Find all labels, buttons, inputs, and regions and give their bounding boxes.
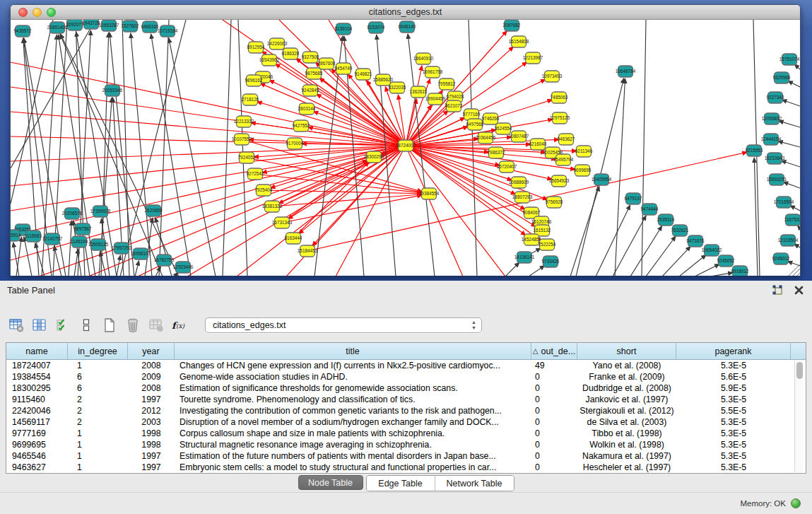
table-vertical-scrollbar[interactable]: [794, 361, 804, 472]
column-header-year[interactable]: year: [128, 343, 175, 359]
network-node[interactable]: 3624554: [495, 123, 512, 134]
network-node[interactable]: 8322035: [389, 82, 406, 93]
column-header-short[interactable]: short: [577, 343, 676, 359]
network-node[interactable]: 16154808: [509, 36, 529, 47]
column-header-in_degree[interactable]: in_degree: [68, 343, 128, 359]
column-header-name[interactable]: name: [6, 343, 68, 359]
network-node[interactable]: 16731343: [272, 217, 293, 228]
network-node[interactable]: 17359928: [90, 206, 111, 217]
network-node[interactable]: 2867608: [318, 58, 336, 69]
network-node[interactable]: 6479137: [625, 193, 642, 204]
network-node[interactable]: 9170004: [286, 138, 304, 149]
network-node[interactable]: 10973493: [542, 71, 563, 82]
network-node[interactable]: 20364456: [476, 132, 496, 144]
network-node[interactable]: 9463627: [558, 134, 575, 145]
network-node[interactable]: 9875685: [305, 68, 323, 79]
network-node[interactable]: 1115683: [25, 230, 42, 242]
function-builder-icon[interactable]: f (x): [170, 316, 189, 334]
network-node[interactable]: 10719184: [158, 25, 178, 37]
network-node[interactable]: 15184453: [298, 245, 318, 257]
network-node[interactable]: 12103504: [778, 235, 799, 246]
network-node[interactable]: 9474444: [641, 204, 659, 215]
network-node[interactable]: 7955812: [438, 78, 456, 90]
network-node[interactable]: 15654923: [549, 175, 570, 187]
table-settings-icon[interactable]: [7, 316, 25, 334]
network-graph[interactable]: 1872400789129541422606381863281654396293…: [11, 20, 800, 276]
row-height-icon[interactable]: [77, 316, 95, 334]
network-node[interactable]: 9896162: [245, 75, 263, 86]
network-node[interactable]: 18381322: [262, 201, 283, 212]
network-node[interactable]: 6946140: [399, 21, 416, 33]
network-node[interactable]: 19384554: [419, 188, 440, 199]
network-node[interactable]: 9427552: [293, 120, 310, 132]
table-row[interactable]: 1872400712008Changes of HCN gene express…: [6, 360, 806, 371]
network-node[interactable]: 15751074: [779, 54, 800, 65]
float-panel-icon[interactable]: [771, 284, 784, 296]
network-node[interactable]: 9746266: [482, 113, 500, 124]
network-node[interactable]: 1145194: [71, 236, 88, 247]
column-header-pagerank[interactable]: pagerank: [676, 343, 791, 359]
table-row[interactable]: 2242004622012Investigating the contribut…: [6, 405, 806, 416]
network-canvas[interactable]: 1872400789129541422606381863281654396293…: [11, 20, 800, 276]
network-node[interactable]: 9272542: [247, 168, 264, 180]
network-node[interactable]: 15495794: [553, 154, 574, 165]
network-node[interactable]: 7632621: [671, 225, 689, 236]
network-node[interactable]: 6216040: [529, 139, 547, 150]
network-node[interactable]: 12213332: [234, 116, 254, 127]
table-row[interactable]: 969969511998Structural magnetic resonanc…: [6, 439, 806, 450]
network-node[interactable]: 9621072: [445, 100, 463, 112]
new-document-icon[interactable]: [100, 316, 119, 334]
network-node[interactable]: 9146821: [355, 69, 372, 80]
network-node[interactable]: 17957253: [112, 243, 132, 254]
table-selector-dropdown[interactable]: citations_edges.txt ▲▼: [205, 317, 482, 333]
network-node[interactable]: 16409954: [592, 174, 612, 185]
network-node[interactable]: 7925404: [255, 185, 273, 196]
table-row[interactable]: 1830029562008Estimation of significance …: [6, 382, 806, 394]
tab-edge-table[interactable]: Edge Table: [367, 476, 435, 491]
network-node[interactable]: 8139104: [335, 23, 353, 35]
network-node[interactable]: 10107552: [232, 134, 252, 145]
network-node[interactable]: 16648784: [616, 66, 636, 77]
table-row[interactable]: 1456911722003Disruption of a novel membe…: [6, 416, 806, 428]
network-node[interactable]: 9756928: [546, 197, 563, 208]
network-node[interactable]: 8153074: [367, 22, 385, 33]
table-row[interactable]: 946362711997Embryonic stem cells: a mode…: [6, 462, 806, 473]
network-node[interactable]: 19904459: [425, 93, 446, 105]
table-row[interactable]: 977716911998Corpus callosum shape and si…: [6, 428, 806, 439]
network-node[interactable]: 1167533: [784, 214, 800, 226]
close-panel-icon[interactable]: [792, 284, 805, 296]
network-node[interactable]: 18807293: [512, 192, 533, 203]
network-node[interactable]: 9242845: [302, 85, 319, 96]
network-node[interactable]: 3915914: [11, 230, 21, 241]
network-window-titlebar[interactable]: citations_edges.txt: [11, 5, 800, 20]
network-node[interactable]: 2935114: [657, 214, 675, 226]
network-node[interactable]: 15693251: [767, 174, 787, 185]
network-node[interactable]: 18300295: [364, 151, 384, 163]
network-node[interactable]: 10807487: [509, 131, 529, 142]
network-node[interactable]: 16958107: [131, 248, 151, 259]
network-node[interactable]: 6466160: [141, 21, 159, 33]
network-node[interactable]: 9699695: [574, 165, 592, 176]
scrollbar-thumb[interactable]: [796, 362, 803, 379]
table-column-icon[interactable]: [30, 316, 49, 334]
network-node[interactable]: 8471676: [687, 235, 705, 247]
network-node[interactable]: 12142757: [42, 233, 63, 245]
network-node[interactable]: 9435572: [14, 25, 32, 37]
network-node[interactable]: 7986372: [488, 147, 505, 158]
network-node[interactable]: 20053346: [102, 85, 123, 96]
network-node[interactable]: 14226063: [267, 38, 288, 49]
network-node[interactable]: 17016504: [774, 197, 794, 208]
network-node[interactable]: 15720407: [497, 161, 517, 173]
network-node[interactable]: 18640910: [413, 53, 434, 64]
network-node[interactable]: 2803144: [298, 103, 316, 115]
tab-node-table[interactable]: Node Table: [298, 475, 363, 490]
network-node[interactable]: 12213987: [523, 52, 543, 64]
network-node[interactable]: 12444154: [761, 134, 782, 145]
network-node[interactable]: 9329966: [773, 72, 791, 83]
table-row[interactable]: 946554611997Estimation of the future num…: [6, 450, 806, 462]
select-columns-icon[interactable]: [54, 316, 72, 334]
network-node[interactable]: 20691406: [47, 22, 68, 33]
network-node[interactable]: 10653287: [99, 20, 119, 31]
memory-status-icon[interactable]: [791, 498, 801, 508]
network-node[interactable]: 9327508: [302, 52, 319, 63]
